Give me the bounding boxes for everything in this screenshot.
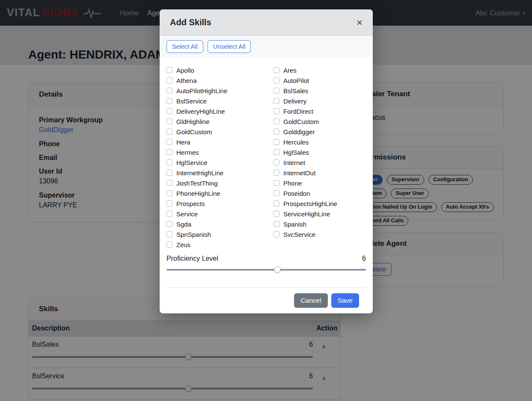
skill-option[interactable]: SvcService bbox=[273, 229, 366, 239]
skill-checkbox[interactable] bbox=[273, 67, 279, 73]
skill-option[interactable]: HglSales bbox=[273, 147, 366, 157]
slider-track[interactable] bbox=[166, 269, 366, 271]
skill-option-label: BslService bbox=[176, 97, 207, 105]
skill-option[interactable]: Athena bbox=[166, 75, 273, 86]
skill-checkbox[interactable] bbox=[166, 190, 172, 196]
skill-option-label: Zeus bbox=[176, 241, 190, 248]
skill-checkbox[interactable] bbox=[273, 170, 279, 176]
skill-option-label: Golddigger bbox=[283, 128, 315, 136]
skill-option[interactable]: SpnSpanish bbox=[166, 229, 273, 239]
skill-checkbox[interactable] bbox=[273, 190, 279, 196]
proficiency-label: Proficiency Level bbox=[166, 255, 218, 262]
skill-option-label: JoshTestThing bbox=[176, 180, 218, 187]
skill-checkbox[interactable] bbox=[273, 211, 279, 217]
skill-option[interactable]: DeliveryHighLine bbox=[166, 106, 273, 116]
skill-option-label: ProspectsHighLine bbox=[283, 200, 337, 207]
skill-option[interactable]: InternetOut bbox=[273, 168, 366, 178]
skill-option[interactable]: Spanish bbox=[273, 219, 366, 229]
skill-checkbox[interactable] bbox=[166, 242, 172, 248]
skill-checkbox[interactable] bbox=[166, 88, 172, 94]
skill-checkbox[interactable] bbox=[166, 108, 172, 114]
close-icon[interactable]: × bbox=[357, 18, 363, 28]
skill-option[interactable]: Hera bbox=[166, 137, 273, 147]
skill-option[interactable]: Hermes bbox=[166, 147, 273, 157]
modal-toolbar: Select All Unselect All bbox=[160, 36, 373, 57]
modal-footer: Cancel Save bbox=[166, 287, 366, 313]
cancel-button[interactable]: Cancel bbox=[294, 293, 327, 308]
skill-option[interactable]: BslService bbox=[166, 96, 273, 106]
skill-option-label: Poseidon bbox=[283, 190, 310, 197]
skill-option[interactable]: Delivery bbox=[273, 96, 366, 106]
skill-checkbox[interactable] bbox=[166, 118, 172, 124]
skill-option-label: Ares bbox=[283, 67, 297, 74]
skill-checkbox[interactable] bbox=[166, 98, 172, 104]
skill-checkbox[interactable] bbox=[166, 200, 172, 206]
skill-checkbox[interactable] bbox=[273, 221, 279, 227]
skill-checkbox[interactable] bbox=[273, 118, 279, 124]
skill-checkbox[interactable] bbox=[166, 67, 172, 73]
skill-option[interactable]: Poseidon bbox=[273, 188, 366, 198]
proficiency-slider[interactable] bbox=[166, 266, 366, 273]
skill-option[interactable]: Service bbox=[166, 209, 273, 219]
skill-option[interactable]: FordDirect bbox=[273, 106, 366, 116]
skill-checkbox[interactable] bbox=[166, 77, 172, 83]
skill-option-label: Service bbox=[176, 210, 198, 218]
skill-checkbox[interactable] bbox=[166, 139, 172, 145]
skill-checkbox[interactable] bbox=[273, 139, 279, 145]
skill-option[interactable]: HglService bbox=[166, 157, 273, 168]
skill-option-label: InternetHighLine bbox=[176, 169, 223, 177]
skill-option[interactable]: Apollo bbox=[166, 65, 273, 75]
skill-checkbox[interactable] bbox=[273, 98, 279, 104]
skill-option[interactable]: InternetHighLine bbox=[166, 168, 273, 178]
skill-option[interactable]: Sgda bbox=[166, 219, 273, 229]
skill-checkbox[interactable] bbox=[273, 77, 279, 83]
skill-checkbox[interactable] bbox=[273, 88, 279, 94]
skill-checkbox[interactable] bbox=[166, 211, 172, 217]
select-all-button[interactable]: Select All bbox=[166, 40, 203, 53]
skill-option[interactable]: Hercules bbox=[273, 137, 366, 147]
skill-checkbox[interactable] bbox=[166, 231, 172, 237]
skill-option[interactable]: AutoPilotHighLine bbox=[166, 86, 273, 96]
skill-option[interactable]: ProspectsHighLine bbox=[273, 198, 366, 209]
skill-checkbox[interactable] bbox=[166, 180, 172, 186]
skill-checkbox[interactable] bbox=[273, 159, 279, 165]
skill-option[interactable]: JoshTestThing bbox=[166, 178, 273, 188]
skill-checkbox[interactable] bbox=[273, 149, 279, 155]
skill-option-label: GoldCustom bbox=[176, 128, 212, 136]
skill-option-label: Hermes bbox=[176, 149, 199, 156]
save-button[interactable]: Save bbox=[331, 293, 359, 308]
skill-checkbox[interactable] bbox=[166, 129, 172, 135]
skill-checkbox[interactable] bbox=[273, 129, 279, 135]
skill-option[interactable]: Zeus bbox=[166, 239, 273, 250]
skills-column-left: Apollo Athena AutoPilotHighLine bbox=[166, 65, 273, 250]
modal-body: Apollo Athena AutoPilotHighLine bbox=[160, 57, 373, 313]
skill-option[interactable]: Prospects bbox=[166, 198, 273, 209]
skill-option[interactable]: GoldCustom bbox=[166, 127, 273, 137]
skill-checkbox[interactable] bbox=[166, 149, 172, 155]
modal-header: Add Skills × bbox=[160, 9, 373, 36]
skill-option[interactable]: GoldCustom bbox=[273, 116, 366, 127]
skill-checkbox[interactable] bbox=[273, 200, 279, 206]
skill-option[interactable]: BslSales bbox=[273, 86, 366, 96]
skill-checkbox[interactable] bbox=[166, 170, 172, 176]
slider-thumb[interactable] bbox=[274, 266, 281, 273]
modal-title: Add Skills bbox=[170, 18, 211, 27]
skill-option[interactable]: Phone bbox=[273, 178, 366, 188]
skill-option[interactable]: GldHighline bbox=[166, 116, 273, 127]
skill-option[interactable]: AutoPilot bbox=[273, 75, 366, 86]
skill-checkbox[interactable] bbox=[273, 180, 279, 186]
skill-option-label: HglSales bbox=[283, 149, 309, 156]
proficiency-value: 6 bbox=[362, 255, 366, 262]
skill-checkbox[interactable] bbox=[273, 108, 279, 114]
skill-checkbox[interactable] bbox=[166, 221, 172, 227]
skill-option-label: BslSales bbox=[283, 87, 308, 94]
skill-option[interactable]: ServiceHighLine bbox=[273, 209, 366, 219]
skill-option[interactable]: Internet bbox=[273, 157, 366, 168]
skill-option[interactable]: Golddigger bbox=[273, 127, 366, 137]
skill-option[interactable]: PhoneHighLine bbox=[166, 188, 273, 198]
skill-checkbox[interactable] bbox=[166, 159, 172, 165]
unselect-all-button[interactable]: Unselect All bbox=[208, 40, 251, 53]
skill-checkbox[interactable] bbox=[273, 231, 279, 237]
skill-option-label: Prospects bbox=[176, 200, 205, 207]
skill-option[interactable]: Ares bbox=[273, 65, 366, 75]
